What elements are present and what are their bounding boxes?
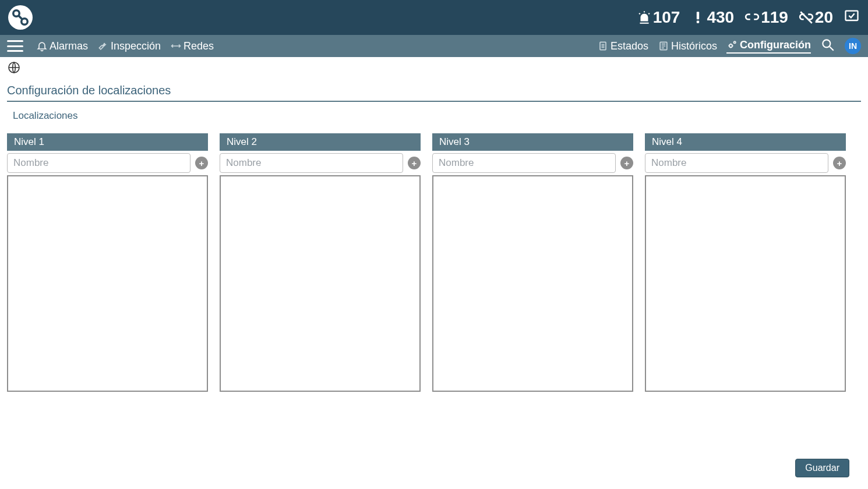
stat-broken-links[interactable]: 20 — [799, 9, 833, 26]
level-add-button-2[interactable]: + — [408, 157, 421, 169]
level-add-button-4[interactable]: + — [833, 157, 846, 169]
clipboard-list-icon — [597, 40, 609, 52]
search-icon — [820, 37, 835, 52]
plus-icon: + — [837, 159, 842, 168]
stat-warnings-value: 430 — [707, 9, 734, 26]
plus-icon: + — [412, 159, 417, 168]
nav-states-label: Estados — [611, 40, 648, 52]
svg-rect-5 — [846, 11, 858, 20]
level-column-1: Nivel 1 + — [7, 133, 208, 392]
section-title: Localizaciones — [7, 102, 863, 122]
level-header-2: Nivel 2 — [220, 133, 421, 151]
level-column-3: Nivel 3 + — [432, 133, 633, 392]
plus-icon: + — [624, 159, 630, 168]
level-name-input-4[interactable] — [645, 153, 828, 173]
svg-line-11 — [830, 47, 834, 51]
stat-alarms-value: 107 — [653, 9, 680, 26]
save-button[interactable]: Guardar — [795, 459, 849, 477]
nav-networks[interactable]: Redes — [170, 40, 214, 52]
nav-inspection-label: Inspección — [111, 40, 161, 52]
svg-point-10 — [823, 40, 830, 47]
search-button[interactable] — [820, 37, 835, 55]
nav-states[interactable]: Estados — [597, 40, 648, 52]
breadcrumb-globe[interactable] — [7, 61, 863, 77]
level-name-input-2[interactable] — [220, 153, 403, 173]
page-body: Configuración de localizaciones Localiza… — [0, 57, 868, 489]
page-title: Configuración de localizaciones — [7, 77, 861, 102]
level-header-4: Nivel 4 — [645, 133, 846, 151]
broken-link-icon — [799, 10, 814, 25]
exclamation-icon — [690, 10, 705, 25]
level-list-4[interactable] — [645, 175, 846, 392]
user-initials: IN — [849, 41, 857, 51]
level-header-1: Nivel 1 — [7, 133, 208, 151]
notepad-icon — [658, 40, 669, 52]
svg-line-2 — [19, 16, 23, 20]
nav-strip: Alarmas Inspección Redes Estados H — [0, 35, 868, 57]
nav-networks-label: Redes — [184, 40, 214, 52]
top-bar: 107 430 119 20 — [0, 0, 868, 35]
gears-icon — [726, 39, 738, 51]
user-avatar[interactable]: IN — [845, 38, 861, 54]
level-list-2[interactable] — [220, 175, 421, 392]
levels-row: Nivel 1 + Nivel 2 + Nivel 3 — [7, 122, 863, 392]
level-column-2: Nivel 2 + — [220, 133, 421, 392]
svg-rect-4 — [697, 20, 699, 23]
stat-alarms[interactable]: 107 — [637, 9, 680, 26]
svg-rect-3 — [697, 12, 699, 19]
monitor-check-icon[interactable] — [844, 8, 860, 27]
app-logo[interactable] — [8, 5, 33, 30]
level-add-button-3[interactable]: + — [620, 157, 633, 169]
nav-alarms-label: Alarmas — [50, 40, 88, 52]
nav-config[interactable]: Configuración — [726, 39, 811, 54]
stat-broken-links-value: 20 — [815, 9, 833, 26]
nav-config-label: Configuración — [740, 39, 811, 51]
level-list-1[interactable] — [7, 175, 208, 392]
nav-inspection[interactable]: Inspección — [97, 40, 161, 52]
nav-history-label: Históricos — [671, 40, 717, 52]
stat-links[interactable]: 119 — [744, 9, 788, 26]
level-add-button-1[interactable]: + — [195, 157, 208, 169]
wrench-icon — [97, 40, 109, 52]
bell-icon — [36, 40, 48, 52]
level-name-input-3[interactable] — [432, 153, 616, 173]
stat-warnings[interactable]: 430 — [690, 9, 734, 26]
menu-button[interactable] — [7, 40, 23, 52]
level-header-3: Nivel 3 — [432, 133, 633, 151]
nav-history[interactable]: Históricos — [658, 40, 717, 52]
svg-point-9 — [734, 41, 736, 43]
level-name-input-1[interactable] — [7, 153, 190, 173]
arrows-h-icon — [170, 40, 182, 52]
stat-links-value: 119 — [761, 9, 788, 26]
globe-icon — [7, 61, 21, 75]
nav-alarms[interactable]: Alarmas — [36, 40, 88, 52]
level-list-3[interactable] — [432, 175, 633, 392]
link-icon — [744, 10, 760, 25]
level-column-4: Nivel 4 + — [645, 133, 846, 392]
alarm-light-icon — [637, 10, 652, 25]
plus-icon: + — [199, 159, 204, 168]
